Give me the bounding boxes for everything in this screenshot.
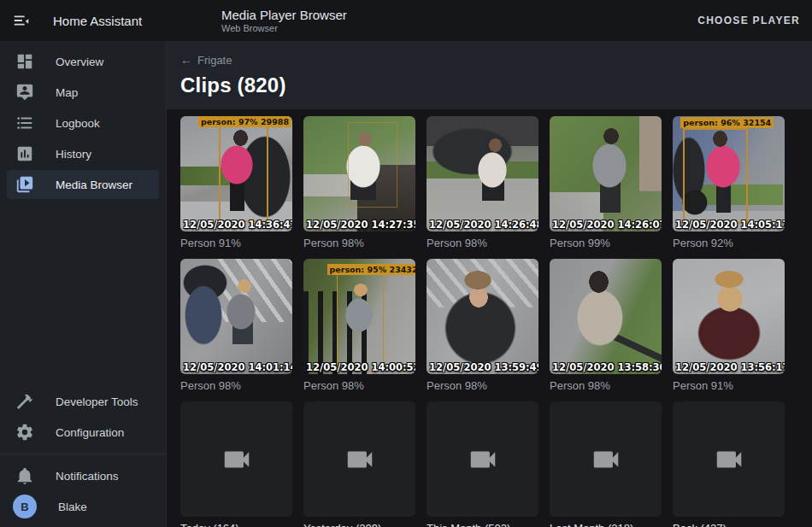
bar-chart-icon [15,144,34,163]
clip-timestamp: 12/05/2020 14:01:14 [183,361,292,373]
clip-label: Person 98% [550,379,662,392]
clip-card[interactable]: person: 96% 32154 12/05/2020 14:05:17 Pe… [673,116,785,249]
sidebar: Overview Map Logbook History Media Brows… [0,41,167,527]
breadcrumb-label: Frigate [197,54,232,67]
clip-thumbnail: 12/05/2020 14:26:48 [427,116,538,231]
folder-card-back[interactable]: Back (427) [673,401,785,527]
video-camera-icon [344,443,376,476]
choose-player-button[interactable]: CHOOSE PLAYER [697,15,800,26]
clip-label: Person 98% [180,379,292,392]
clip-thumbnail: person: 95% 23432 12/05/2020 14:00:52 [303,259,415,374]
list-bulleted-icon [15,114,34,132]
view-dashboard-icon [15,52,34,71]
sidebar-item-configuration[interactable]: Configuration [7,418,159,447]
clip-card[interactable]: 12/05/2020 13:56:17 Person 91% [673,259,785,392]
clip-thumbnail: person: 96% 32154 12/05/2020 14:05:17 [673,116,785,231]
sidebar-item-label: Notifications [56,470,119,483]
sidebar-item-label: Configuration [56,426,124,439]
sidebar-item-overview[interactable]: Overview [7,47,159,76]
avatar: B [13,495,37,518]
folder-card-this-month[interactable]: This Month (502) [427,401,538,527]
sidebar-divider [0,454,166,454]
sidebar-item-map[interactable]: Map [7,78,159,107]
clip-timestamp: 12/05/2020 14:26:07 [552,219,662,231]
sidebar-item-history[interactable]: History [7,139,159,168]
clip-label: Person 91% [673,379,785,392]
clip-label: Person 98% [427,379,538,392]
folder-card-last-month[interactable]: Last Month (318) [550,401,662,527]
map-account-icon [15,83,34,102]
folder-label: Yesterday (209) [303,522,415,527]
sidebar-item-logbook[interactable]: Logbook [7,108,159,138]
bell-icon [15,466,34,485]
sidebar-item-notifications[interactable]: Notifications [7,461,159,490]
clip-label: Person 99% [550,237,662,249]
detection-label: person: 95% 23432 [327,264,416,275]
clip-timestamp: 12/05/2020 13:56:17 [675,361,785,373]
clip-label: Person 92% [673,237,785,249]
sidebar-item-label: Media Browser [56,179,132,191]
clip-timestamp: 12/05/2020 13:59:49 [429,361,538,373]
clip-card[interactable]: 12/05/2020 14:26:48 Person 98% [427,116,538,249]
home-assistant-app: Home Assistant Media Player Browser Web … [0,0,812,527]
sidebar-toggle-button[interactable] [12,10,32,31]
detection-box [683,128,748,224]
clip-thumbnail: 12/05/2020 13:58:30 [550,259,662,374]
clip-timestamp: 12/05/2020 14:36:47 [183,219,292,231]
sidebar-item-label: Overview [56,56,103,68]
page-subheading: Web Browser [221,23,347,34]
clip-card[interactable]: 12/05/2020 14:27:35 Person 98% [303,116,415,249]
sidebar-item-media-browser[interactable]: Media Browser [7,170,159,199]
clip-thumbnail: 12/05/2020 13:56:17 [673,259,785,374]
video-camera-icon [467,443,499,476]
clip-thumbnail: 12/05/2020 14:26:07 [550,116,662,231]
clip-card[interactable]: person: 95% 23432 12/05/2020 14:00:52 Pe… [303,259,415,392]
sidebar-item-label: Developer Tools [56,395,138,408]
clip-label: Person 98% [303,379,415,392]
sidebar-item-label: Logbook [56,117,100,130]
folder-label: Last Month (318) [550,522,662,527]
clip-card[interactable]: person: 97% 29988 12/05/2020 14:36:47 Pe… [180,116,292,249]
clip-card[interactable]: 12/05/2020 13:58:30 Person 98% [550,259,662,392]
folder-label: This Month (502) [427,522,538,527]
clip-card[interactable]: 12/05/2020 13:59:49 Person 98% [427,259,538,392]
clips-grid: person: 97% 29988 12/05/2020 14:36:47 Pe… [167,109,812,527]
sidebar-item-label: Map [56,86,78,99]
clip-timestamp: 12/05/2020 14:26:48 [429,219,538,231]
content-header: ← Frigate Clips (820) [167,41,812,109]
clip-label: Person 98% [427,237,538,249]
topbar-left: Home Assistant [0,10,167,31]
video-camera-icon [713,443,745,476]
detection-label: person: 96% 32154 [680,117,774,128]
folder-thumbnail [673,401,785,517]
detection-box [348,122,397,208]
app-title: Home Assistant [53,14,142,28]
clip-card[interactable]: 12/05/2020 14:01:14 Person 98% [180,259,292,392]
folder-card-today[interactable]: Today (164) [180,401,292,527]
detection-label: person: 97% 29988 [198,116,291,127]
clip-thumbnail: 12/05/2020 14:27:35 [303,116,415,231]
back-arrow-icon: ← [180,53,192,67]
folder-card-yesterday[interactable]: Yesterday (209) [303,401,415,527]
folder-label: Today (164) [180,522,292,527]
page-title: Clips (820) [180,73,798,97]
page-heading: Media Player Browser [221,8,347,22]
sidebar-item-developer-tools[interactable]: Developer Tools [7,387,159,416]
sidebar-item-profile[interactable]: B Blake [7,492,159,521]
clip-thumbnail: person: 97% 29988 12/05/2020 14:36:47 [180,116,292,231]
folder-thumbnail [180,401,292,517]
top-bar: Home Assistant Media Player Browser Web … [0,0,812,41]
sidebar-toggle-icon [12,11,31,30]
folder-thumbnail [427,401,538,517]
sidebar-item-label: History [56,148,91,161]
video-camera-icon [590,443,622,476]
detection-box [219,117,269,222]
clip-timestamp: 12/05/2020 14:05:17 [675,219,785,231]
clip-timestamp: 12/05/2020 13:58:30 [552,361,662,373]
clip-card[interactable]: 12/05/2020 14:26:07 Person 99% [550,116,662,249]
media-browser-content: ← Frigate Clips (820) person: 97% 29988 … [167,41,812,527]
app-body: Overview Map Logbook History Media Brows… [0,41,812,527]
breadcrumb-back[interactable]: ← Frigate [180,53,232,67]
clip-thumbnail: 12/05/2020 13:59:49 [427,259,538,374]
folder-thumbnail [550,401,662,517]
